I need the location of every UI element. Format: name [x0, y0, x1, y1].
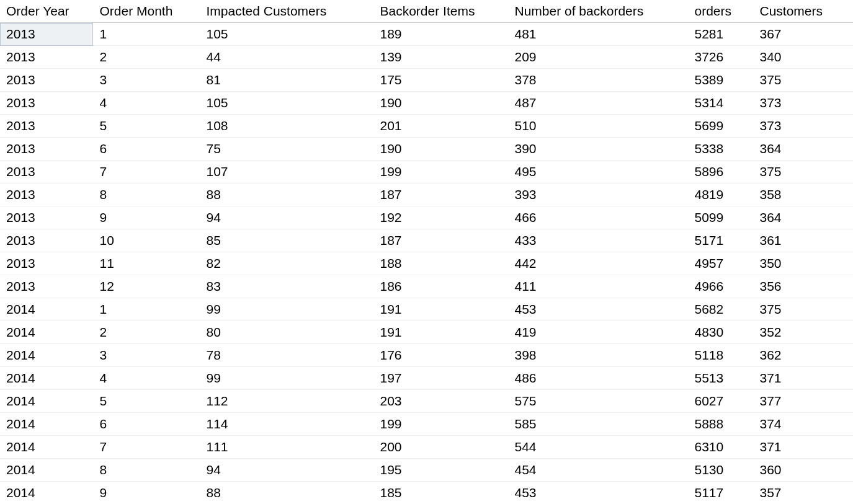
cell-backorder-items[interactable]: 190 — [373, 92, 508, 115]
cell-impacted-customers[interactable]: 44 — [200, 46, 373, 69]
cell-backorder-items[interactable]: 201 — [373, 115, 508, 138]
cell-order-month[interactable]: 3 — [93, 344, 200, 367]
cell-order-year[interactable]: 2013 — [0, 275, 93, 298]
cell-customers[interactable]: 361 — [753, 229, 853, 252]
cell-backorder-items[interactable]: 187 — [373, 229, 508, 252]
cell-customers[interactable]: 371 — [753, 367, 853, 390]
cell-impacted-customers[interactable]: 94 — [200, 206, 373, 229]
cell-backorder-items[interactable]: 199 — [373, 161, 508, 183]
cell-orders[interactable]: 5314 — [688, 92, 753, 115]
cell-number-of-backorders[interactable]: 453 — [508, 298, 688, 321]
cell-customers[interactable]: 367 — [753, 23, 853, 46]
cell-number-of-backorders[interactable]: 585 — [508, 413, 688, 436]
cell-number-of-backorders[interactable]: 486 — [508, 367, 688, 390]
cell-order-month[interactable]: 8 — [93, 183, 200, 206]
cell-order-year[interactable]: 2013 — [0, 161, 93, 183]
cell-impacted-customers[interactable]: 81 — [200, 69, 373, 92]
cell-order-month[interactable]: 2 — [93, 321, 200, 344]
cell-impacted-customers[interactable]: 107 — [200, 161, 373, 183]
cell-impacted-customers[interactable]: 112 — [200, 390, 373, 413]
cell-backorder-items[interactable]: 195 — [373, 459, 508, 482]
cell-customers[interactable]: 350 — [753, 252, 853, 275]
cell-backorder-items[interactable]: 197 — [373, 367, 508, 390]
cell-impacted-customers[interactable]: 105 — [200, 92, 373, 115]
cell-order-year[interactable]: 2013 — [0, 229, 93, 252]
cell-order-month[interactable]: 7 — [93, 436, 200, 459]
cell-number-of-backorders[interactable]: 398 — [508, 344, 688, 367]
cell-backorder-items[interactable]: 191 — [373, 321, 508, 344]
cell-order-year[interactable]: 2014 — [0, 344, 93, 367]
column-header-order-month[interactable]: Order Month — [93, 0, 200, 23]
cell-order-month[interactable]: 8 — [93, 459, 200, 482]
cell-number-of-backorders[interactable]: 454 — [508, 459, 688, 482]
cell-order-year[interactable]: 2014 — [0, 413, 93, 436]
cell-order-month[interactable]: 9 — [93, 206, 200, 229]
cell-impacted-customers[interactable]: 78 — [200, 344, 373, 367]
cell-impacted-customers[interactable]: 99 — [200, 298, 373, 321]
cell-backorder-items[interactable]: 200 — [373, 436, 508, 459]
cell-number-of-backorders[interactable]: 378 — [508, 69, 688, 92]
cell-number-of-backorders[interactable]: 453 — [508, 482, 688, 505]
cell-number-of-backorders[interactable]: 433 — [508, 229, 688, 252]
column-header-order-year[interactable]: Order Year — [0, 0, 93, 23]
cell-customers[interactable]: 371 — [753, 436, 853, 459]
cell-orders[interactable]: 5888 — [688, 413, 753, 436]
cell-order-month[interactable]: 5 — [93, 115, 200, 138]
cell-order-year[interactable]: 2013 — [0, 23, 93, 46]
cell-backorder-items[interactable]: 185 — [373, 482, 508, 505]
cell-impacted-customers[interactable]: 88 — [200, 482, 373, 505]
cell-customers[interactable]: 375 — [753, 69, 853, 92]
cell-number-of-backorders[interactable]: 487 — [508, 92, 688, 115]
cell-backorder-items[interactable]: 186 — [373, 275, 508, 298]
cell-impacted-customers[interactable]: 114 — [200, 413, 373, 436]
cell-order-year[interactable]: 2013 — [0, 46, 93, 69]
cell-orders[interactable]: 5099 — [688, 206, 753, 229]
column-header-customers[interactable]: Customers — [753, 0, 853, 23]
cell-customers[interactable]: 340 — [753, 46, 853, 69]
cell-order-year[interactable]: 2013 — [0, 183, 93, 206]
cell-orders[interactable]: 5389 — [688, 69, 753, 92]
cell-orders[interactable]: 4957 — [688, 252, 753, 275]
cell-customers[interactable]: 357 — [753, 482, 853, 505]
data-table[interactable]: Order Year Order Month Impacted Customer… — [0, 0, 853, 504]
cell-customers[interactable]: 364 — [753, 138, 853, 161]
cell-customers[interactable]: 374 — [753, 413, 853, 436]
cell-impacted-customers[interactable]: 111 — [200, 436, 373, 459]
cell-impacted-customers[interactable]: 99 — [200, 367, 373, 390]
cell-orders[interactable]: 5338 — [688, 138, 753, 161]
cell-orders[interactable]: 4819 — [688, 183, 753, 206]
cell-number-of-backorders[interactable]: 510 — [508, 115, 688, 138]
cell-orders[interactable]: 5117 — [688, 482, 753, 505]
cell-impacted-customers[interactable]: 85 — [200, 229, 373, 252]
cell-order-month[interactable]: 9 — [93, 482, 200, 505]
column-header-number-of-backorders[interactable]: Number of backorders — [508, 0, 688, 23]
cell-number-of-backorders[interactable]: 419 — [508, 321, 688, 344]
cell-order-year[interactable]: 2013 — [0, 115, 93, 138]
cell-orders[interactable]: 3726 — [688, 46, 753, 69]
cell-impacted-customers[interactable]: 80 — [200, 321, 373, 344]
cell-backorder-items[interactable]: 199 — [373, 413, 508, 436]
column-header-backorder-items[interactable]: Backorder Items — [373, 0, 508, 23]
cell-order-year[interactable]: 2014 — [0, 298, 93, 321]
cell-impacted-customers[interactable]: 83 — [200, 275, 373, 298]
cell-order-month[interactable]: 5 — [93, 390, 200, 413]
cell-order-month[interactable]: 4 — [93, 92, 200, 115]
cell-customers[interactable]: 358 — [753, 183, 853, 206]
cell-backorder-items[interactable]: 189 — [373, 23, 508, 46]
cell-customers[interactable]: 364 — [753, 206, 853, 229]
cell-customers[interactable]: 375 — [753, 298, 853, 321]
cell-order-year[interactable]: 2013 — [0, 69, 93, 92]
cell-customers[interactable]: 373 — [753, 115, 853, 138]
cell-order-month[interactable]: 2 — [93, 46, 200, 69]
cell-orders[interactable]: 5513 — [688, 367, 753, 390]
cell-customers[interactable]: 360 — [753, 459, 853, 482]
cell-customers[interactable]: 362 — [753, 344, 853, 367]
cell-order-year[interactable]: 2013 — [0, 138, 93, 161]
cell-order-month[interactable]: 11 — [93, 252, 200, 275]
column-header-orders[interactable]: orders — [688, 0, 753, 23]
cell-orders[interactable]: 5699 — [688, 115, 753, 138]
cell-order-year[interactable]: 2014 — [0, 459, 93, 482]
cell-order-year[interactable]: 2013 — [0, 252, 93, 275]
cell-customers[interactable]: 377 — [753, 390, 853, 413]
cell-order-month[interactable]: 6 — [93, 138, 200, 161]
